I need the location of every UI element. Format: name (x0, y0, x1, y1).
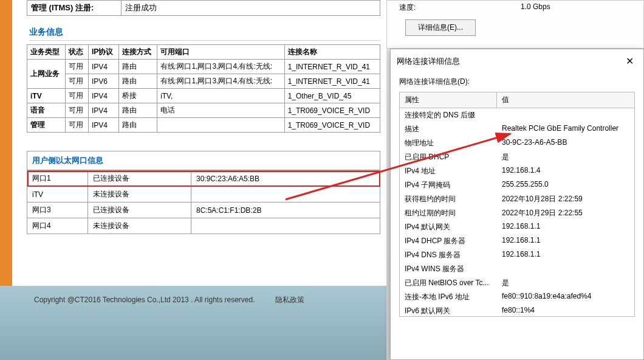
section-ethernet-ports: 用户侧以太网口信息 (27, 151, 380, 170)
svc-type: 语音 (27, 103, 66, 118)
property-key: IPv6 默认网关 (400, 305, 497, 317)
property-key: 连接特定的 DNS 后缀 (400, 109, 497, 121)
svc-cell: 1_TR069_VOICE_R_VID (284, 103, 380, 118)
table-row: 语音 可用 IPV4 路由 电话 1_TR069_VOICE_R_VID (27, 103, 380, 118)
svc-hdr: 状态 (66, 45, 89, 60)
property-value: 2022年10月28日 2:22:59 (497, 193, 634, 205)
details-button[interactable]: 详细信息(E)... (405, 19, 476, 36)
sidebar-accent (0, 0, 12, 286)
svc-type: 上网业务 (27, 60, 66, 89)
property-row[interactable]: IPv4 DHCP 服务器192.168.1.1 (400, 234, 634, 248)
property-key: IPv4 子网掩码 (400, 179, 497, 191)
col-property: 属性 (400, 92, 497, 108)
property-row[interactable]: 连接-本地 IPv6 地址fe80::910:8a19:e4a:afed%4 (400, 290, 634, 304)
property-row[interactable]: IPv6 默认网关fe80::1%4 (400, 304, 634, 317)
property-key: IPv4 DNS 服务器 (400, 249, 497, 261)
footer: Copyright @CT2016 Technologies Co.,Ltd 2… (34, 295, 304, 305)
property-value: 255.255.255.0 (497, 179, 634, 191)
port-id: 网口3 (27, 202, 88, 218)
property-row[interactable]: 连接特定的 DNS 后缀 (400, 108, 634, 122)
property-row[interactable]: 获得租约的时间2022年10月28日 2:22:59 (400, 192, 634, 206)
property-value: 192.168.1.1 (497, 235, 634, 247)
itms-label: 管理 (ITMS) 注册: (27, 1, 122, 16)
svc-cell: 桥接 (118, 89, 157, 103)
svc-cell: IPV6 (88, 74, 118, 89)
property-value: 192.168.1.4 (497, 165, 634, 177)
itms-value: 注册成功 (122, 1, 380, 16)
service-table: 业务类型 状态 IP协议 连接方式 可用端口 连接名称 上网业务 可用 IPV4… (27, 44, 380, 133)
property-value: fe80::910:8a19:e4a:afed%4 (497, 291, 634, 303)
svc-hdr: 连接名称 (284, 45, 380, 60)
property-value (497, 263, 634, 275)
speed-value: 1.0 Gbps (521, 2, 550, 13)
svc-cell: 路由 (118, 60, 157, 74)
network-details-dialog: 网络连接详细信息 ✕ 网络连接详细信息(D): 属性 值 连接特定的 DNS 后… (390, 49, 644, 360)
property-value: 是 (497, 277, 634, 289)
properties-listbox[interactable]: 属性 值 连接特定的 DNS 后缀描述Realtek PCIe GbE Fami… (399, 92, 635, 317)
property-key: 物理地址 (400, 137, 497, 149)
property-row[interactable]: IPv4 WINS 服务器 (400, 262, 634, 276)
table-row: iTV 可用 IPV4 桥接 iTV, 1_Other_B_VID_45 (27, 89, 380, 103)
svc-cell: 路由 (118, 118, 157, 133)
copyright: Copyright @CT2016 Technologies Co.,Ltd 2… (34, 296, 255, 304)
table-row-highlighted: 网口1 已连接设备 30:9C:23:A6:A5:BB (27, 171, 380, 187)
table-row: iTV 未连接设备 (27, 187, 380, 202)
speed-label: 速度: (399, 2, 521, 13)
property-value: fe80::1%4 (497, 305, 634, 317)
dialog-title: 网络连接详细信息 (397, 56, 460, 67)
property-value: 2022年10月29日 2:22:55 (497, 207, 634, 219)
property-value: 30-9C-23-A6-A5-BB (497, 137, 634, 149)
port-id: iTV (27, 187, 88, 202)
svc-type: 管理 (27, 118, 66, 133)
property-row[interactable]: IPv4 地址192.168.1.4 (400, 164, 634, 178)
port-table: 网口1 已连接设备 30:9C:23:A6:A5:BB iTV 未连接设备 网口… (27, 170, 380, 234)
property-row[interactable]: 物理地址30-9C-23-A6-A5-BB (400, 136, 634, 150)
svc-cell: 1_Other_B_VID_45 (284, 89, 380, 103)
port-mac (191, 218, 380, 234)
property-key: 连接-本地 IPv6 地址 (400, 291, 497, 303)
svc-hdr: 可用端口 (157, 45, 285, 60)
svc-cell: 可用 (66, 89, 89, 103)
property-key: IPv4 WINS 服务器 (400, 263, 497, 275)
svc-type: iTV (27, 89, 66, 103)
svc-cell: 路由 (118, 74, 157, 89)
dialog-subtitle: 网络连接详细信息(D): (391, 73, 643, 89)
property-value: 是 (497, 151, 634, 163)
table-row: 管理 可用 IPV4 路由 1_TR069_VOICE_R_VID (27, 118, 380, 133)
property-row[interactable]: 描述Realtek PCIe GbE Family Controller (400, 122, 634, 136)
port-mac: 8C:5A:C1:F1:DB:2B (191, 202, 380, 218)
section-service-info: 业务信息 (29, 27, 380, 41)
port-id: 网口1 (27, 171, 88, 187)
port-mac: 30:9C:23:A6:A5:BB (191, 171, 380, 187)
property-row[interactable]: 租约过期的时间2022年10月29日 2:22:55 (400, 206, 634, 220)
property-row[interactable]: IPv4 子网掩码255.255.255.0 (400, 178, 634, 192)
port-status: 已连接设备 (88, 202, 191, 218)
svc-cell: 电话 (157, 103, 285, 118)
svc-cell: 可用 (66, 103, 89, 118)
property-row[interactable]: 已启用 DHCP是 (400, 150, 634, 164)
itms-reg-table: 管理 (ITMS) 注册: 注册成功 (27, 0, 380, 16)
table-row: 上网业务 可用 IPV4 路由 有线:网口1,网口3,网口4,有线:无线: 1_… (27, 60, 380, 74)
property-key: 已启用 NetBIOS over Tc... (400, 277, 497, 289)
port-id: 网口4 (27, 218, 88, 234)
table-row: 网口4 未连接设备 (27, 218, 380, 234)
privacy-link[interactable]: 隐私政策 (275, 296, 304, 304)
port-status: 未连接设备 (88, 187, 191, 202)
property-row[interactable]: 已启用 NetBIOS over Tc...是 (400, 276, 634, 290)
property-key: IPv4 地址 (400, 165, 497, 177)
property-row[interactable]: IPv4 DNS 服务器192.168.1.1 (400, 248, 634, 262)
property-value: 192.168.1.1 (497, 249, 634, 261)
property-value: Realtek PCIe GbE Family Controller (497, 123, 634, 135)
close-icon[interactable]: ✕ (622, 54, 637, 68)
svc-cell: IPV4 (88, 60, 118, 74)
property-key: 获得租约的时间 (400, 193, 497, 205)
col-value: 值 (497, 92, 634, 108)
svc-cell: 1_INTERNET_R_VID_41 (284, 74, 380, 89)
svc-hdr: IP协议 (88, 45, 118, 60)
property-key: IPv4 默认网关 (400, 221, 497, 233)
network-status-window: 速度: 1.0 Gbps 详细信息(E)... (386, 0, 644, 49)
property-row[interactable]: IPv4 默认网关192.168.1.1 (400, 220, 634, 234)
svc-cell (157, 118, 285, 133)
svc-cell: iTV, (157, 89, 285, 103)
dialog-sub-text: 网络连接详细信息(D): (399, 77, 470, 86)
